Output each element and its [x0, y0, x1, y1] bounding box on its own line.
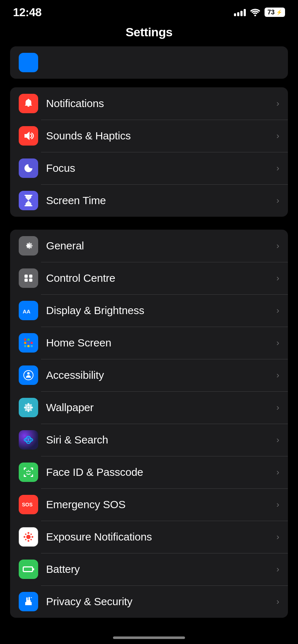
- person-circle-svg: [23, 370, 34, 381]
- accessibility-label: Accessibility: [46, 369, 274, 381]
- controls-svg: [23, 273, 34, 284]
- faceid-label: Face ID & Passcode: [46, 466, 274, 478]
- svg-rect-5: [29, 275, 32, 278]
- status-time: 12:48: [13, 6, 41, 19]
- svg-point-48: [32, 536, 33, 538]
- homescreen-icon: [19, 333, 38, 353]
- chevron-icon: ›: [276, 532, 279, 542]
- siri-label: Siri & Search: [46, 434, 274, 446]
- settings-item-sounds[interactable]: Sounds & Haptics ›: [10, 120, 288, 152]
- svg-text:SOS: SOS: [22, 502, 33, 507]
- status-bar: 12:48 73 ⚡: [0, 0, 298, 22]
- svg-rect-16: [27, 345, 30, 347]
- homescreen-label: Home Screen: [46, 337, 274, 349]
- settings-item-wallpaper[interactable]: Wallpaper ›: [10, 391, 288, 424]
- chevron-icon: ›: [276, 402, 279, 413]
- exposure-svg: [23, 532, 34, 542]
- exposure-icon: [19, 527, 38, 547]
- chevron-icon: ›: [276, 163, 279, 173]
- settings-item-accessibility[interactable]: Accessibility ›: [10, 359, 288, 391]
- svg-rect-39: [32, 474, 33, 477]
- svg-rect-7: [29, 279, 32, 282]
- accessibility-icon: [19, 365, 38, 385]
- svg-rect-4: [24, 275, 28, 278]
- settings-group-1: Notifications › Sounds & Haptics › Focus…: [10, 87, 288, 217]
- svg-point-0: [254, 15, 256, 17]
- battery-level: 73: [267, 9, 275, 16]
- chevron-icon: ›: [276, 370, 279, 380]
- settings-item-screentime[interactable]: Screen Time ›: [10, 184, 288, 217]
- chevron-icon: ›: [276, 564, 279, 574]
- svg-rect-3: [24, 205, 32, 206]
- flower-svg: [23, 402, 34, 413]
- wallpaper-label: Wallpaper: [46, 401, 274, 414]
- moon-svg: [23, 163, 33, 173]
- notifications-label: Notifications: [46, 97, 274, 110]
- battery-icon-item: [19, 560, 38, 579]
- home-indicator: [113, 636, 185, 639]
- svg-point-52: [31, 539, 32, 540]
- svg-text:AA: AA: [23, 308, 31, 314]
- partial-top-item: [10, 46, 288, 79]
- svg-point-45: [28, 532, 30, 534]
- svg-point-47: [24, 536, 26, 538]
- sounds-icon: [19, 126, 38, 146]
- svg-point-41: [29, 471, 31, 472]
- settings-item-focus[interactable]: Focus ›: [10, 152, 288, 184]
- svg-marker-1: [24, 132, 30, 140]
- svg-rect-9: [24, 339, 26, 341]
- svg-rect-17: [31, 345, 33, 347]
- svg-point-44: [26, 535, 31, 539]
- svg-rect-14: [31, 342, 33, 344]
- svg-rect-10: [27, 339, 30, 341]
- page-title: Settings: [0, 22, 298, 46]
- svg-rect-55: [24, 567, 32, 571]
- svg-point-19: [27, 372, 30, 375]
- settings-item-privacy[interactable]: Privacy & Security ›: [10, 585, 288, 618]
- faceid-icon: [19, 463, 38, 482]
- siri-svg: [23, 434, 34, 445]
- svg-rect-2: [24, 195, 32, 196]
- svg-point-20: [27, 406, 30, 409]
- status-icons: 73 ⚡: [234, 8, 285, 17]
- settings-item-siri[interactable]: Siri & Search ›: [10, 424, 288, 456]
- svg-rect-11: [31, 339, 33, 341]
- siri-icon: [19, 430, 38, 450]
- speaker-svg: [23, 130, 34, 141]
- focus-icon: [19, 158, 38, 178]
- svg-rect-15: [24, 345, 26, 347]
- settings-item-controlcentre[interactable]: Control Centre ›: [10, 262, 288, 294]
- chevron-icon: ›: [276, 435, 279, 445]
- settings-item-faceid[interactable]: Face ID & Passcode ›: [10, 456, 288, 488]
- wifi-icon: [250, 8, 260, 16]
- svg-point-49: [25, 534, 27, 535]
- settings-item-notifications[interactable]: Notifications ›: [10, 87, 288, 120]
- hand-svg: [23, 596, 34, 607]
- settings-item-homescreen[interactable]: Home Screen ›: [10, 327, 288, 359]
- aa-svg: AA: [22, 306, 35, 315]
- focus-label: Focus: [46, 162, 274, 174]
- privacy-label: Privacy & Security: [46, 595, 274, 608]
- chevron-icon: ›: [276, 241, 279, 251]
- settings-item-sos[interactable]: SOS Emergency SOS ›: [10, 488, 288, 521]
- chevron-icon: ›: [276, 338, 279, 348]
- chevron-icon: ›: [276, 305, 279, 316]
- screentime-icon: [19, 191, 38, 210]
- battery-icon: ⚡: [276, 9, 282, 15]
- exposure-label: Exposure Notifications: [46, 531, 274, 543]
- svg-rect-37: [32, 468, 33, 470]
- settings-item-battery[interactable]: Battery ›: [10, 553, 288, 585]
- bell-svg: [23, 98, 34, 109]
- svg-point-46: [28, 540, 30, 542]
- svg-rect-38: [24, 474, 25, 477]
- settings-item-exposure[interactable]: Exposure Notifications ›: [10, 521, 288, 553]
- svg-point-50: [31, 534, 32, 535]
- battery-label: Battery: [46, 563, 274, 575]
- chevron-icon: ›: [276, 467, 279, 477]
- settings-item-general[interactable]: General ›: [10, 230, 288, 262]
- gear-svg: [23, 240, 34, 251]
- settings-item-display[interactable]: AA Display & Brightness ›: [10, 294, 288, 327]
- general-label: General: [46, 240, 274, 252]
- svg-rect-13: [27, 342, 30, 344]
- svg-point-31: [27, 439, 30, 441]
